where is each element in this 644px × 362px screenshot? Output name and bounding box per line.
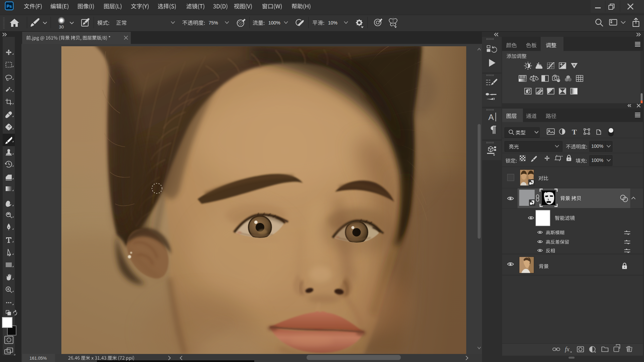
svg-text:100%: 100%: [591, 158, 603, 163]
svg-text:100%: 100%: [591, 143, 603, 149]
svg-text:75%: 75%: [209, 20, 218, 25]
svg-text:T: T: [572, 128, 577, 136]
svg-text:161.05%: 161.05%: [30, 356, 47, 361]
svg-text:Ps: Ps: [7, 4, 12, 9]
svg-text:10%: 10%: [328, 20, 337, 25]
svg-text:30: 30: [59, 24, 64, 29]
svg-text:fx: fx: [565, 346, 570, 353]
svg-text:A: A: [488, 113, 494, 122]
svg-text:100%: 100%: [268, 20, 280, 25]
